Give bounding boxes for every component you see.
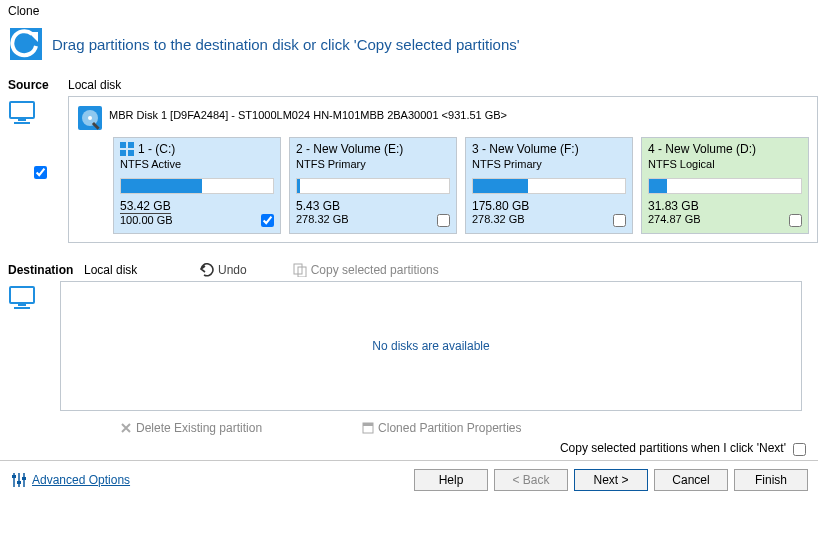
header-text: Drag partitions to the destination disk … xyxy=(52,36,520,53)
advanced-options-link[interactable]: Advanced Options xyxy=(32,473,130,487)
usage-bar xyxy=(120,178,274,194)
partition-name: 3 - New Volume (F:) xyxy=(472,142,579,156)
separator xyxy=(0,460,818,461)
partition-name: 1 - (C:) xyxy=(138,142,175,156)
partition-name: 2 - New Volume (E:) xyxy=(296,142,403,156)
monitor-icon xyxy=(8,98,36,126)
delete-label: Delete Existing partition xyxy=(136,421,262,435)
source-label: Source xyxy=(8,78,68,92)
sliders-icon xyxy=(10,471,28,489)
hard-disk-icon xyxy=(77,105,103,131)
svg-rect-9 xyxy=(128,142,134,148)
usage-bar xyxy=(648,178,802,194)
back-button[interactable]: < Back xyxy=(494,469,568,491)
delete-icon xyxy=(120,422,132,434)
header: Drag partitions to the destination disk … xyxy=(0,20,818,78)
partition-card[interactable]: 3 - New Volume (F:)NTFS Primary175.80 GB… xyxy=(465,137,633,234)
partition-size: 31.83 GB274.87 GB xyxy=(648,200,802,226)
destination-header: Destination Local disk Undo Copy selecte… xyxy=(0,263,818,277)
svg-rect-21 xyxy=(22,477,26,480)
source-disk-checkbox[interactable] xyxy=(34,166,47,179)
undo-icon xyxy=(200,263,214,277)
partition-card[interactable]: 4 - New Volume (D:)NTFS Logical31.83 GB2… xyxy=(641,137,809,234)
next-button[interactable]: Next > xyxy=(574,469,648,491)
partition-actions: Delete Existing partition Cloned Partiti… xyxy=(120,421,810,435)
partition-type: NTFS Primary xyxy=(296,158,450,170)
copy-icon xyxy=(293,263,307,277)
source-sublabel: Local disk xyxy=(68,78,818,92)
svg-rect-1 xyxy=(10,102,34,118)
svg-point-6 xyxy=(88,116,92,120)
disk-title: MBR Disk 1 [D9FA2484] - ST1000LM024 HN-M… xyxy=(109,109,507,121)
partition-size: 53.42 GB100.00 GB xyxy=(120,200,274,227)
clone-icon xyxy=(10,28,42,60)
cancel-button[interactable]: Cancel xyxy=(654,469,728,491)
svg-rect-18 xyxy=(363,423,373,426)
svg-rect-10 xyxy=(120,150,126,156)
destination-label: Destination xyxy=(8,263,68,277)
svg-rect-2 xyxy=(18,119,26,121)
svg-rect-8 xyxy=(120,142,126,148)
help-button[interactable]: Help xyxy=(414,469,488,491)
undo-button[interactable]: Undo xyxy=(200,263,247,277)
destination-box: No disks are available xyxy=(60,281,802,411)
svg-rect-15 xyxy=(18,304,26,306)
partition-checkbox[interactable] xyxy=(789,214,802,227)
window-title: Clone xyxy=(0,0,818,20)
svg-rect-19 xyxy=(12,475,16,478)
windows-icon xyxy=(120,142,134,156)
copy-label: Copy selected partitions xyxy=(311,263,439,277)
hint-text: Copy selected partitions when I click 'N… xyxy=(560,441,786,455)
partition-checkbox[interactable] xyxy=(261,214,274,227)
copy-partitions-button[interactable]: Copy selected partitions xyxy=(293,263,439,277)
properties-label: Cloned Partition Properties xyxy=(378,421,521,435)
svg-rect-14 xyxy=(10,287,34,303)
partition-checkbox[interactable] xyxy=(437,214,450,227)
monitor-icon xyxy=(8,283,36,311)
delete-partition-button[interactable]: Delete Existing partition xyxy=(120,421,262,435)
partition-type: NTFS Primary xyxy=(472,158,626,170)
svg-rect-20 xyxy=(17,481,21,484)
svg-rect-11 xyxy=(128,150,134,156)
partition-checkbox[interactable] xyxy=(613,214,626,227)
properties-icon xyxy=(362,422,374,434)
partition-type: NTFS Logical xyxy=(648,158,802,170)
usage-bar xyxy=(472,178,626,194)
partition-type: NTFS Active xyxy=(120,158,274,170)
partition-properties-button[interactable]: Cloned Partition Properties xyxy=(362,421,521,435)
partition-size: 5.43 GB278.32 GB xyxy=(296,200,450,226)
hint-row: Copy selected partitions when I click 'N… xyxy=(0,435,818,458)
partition-card[interactable]: 1 - (C:)NTFS Active53.42 GB100.00 GB xyxy=(113,137,281,234)
partition-card[interactable]: 2 - New Volume (E:)NTFS Primary5.43 GB27… xyxy=(289,137,457,234)
finish-button[interactable]: Finish xyxy=(734,469,808,491)
footer: Advanced Options Help < Back Next > Canc… xyxy=(0,463,818,497)
partition-size: 175.80 GB278.32 GB xyxy=(472,200,626,226)
hint-checkbox[interactable] xyxy=(793,443,806,456)
svg-rect-16 xyxy=(14,307,30,309)
destination-sublabel: Local disk xyxy=(84,263,184,277)
source-disk-box: MBR Disk 1 [D9FA2484] - ST1000LM024 HN-M… xyxy=(68,96,818,243)
destination-empty-text: No disks are available xyxy=(372,339,489,353)
svg-rect-3 xyxy=(14,122,30,124)
source-section: Source Local disk MBR Disk 1 [D9FA2484] … xyxy=(0,78,818,243)
usage-bar xyxy=(296,178,450,194)
undo-label: Undo xyxy=(218,263,247,277)
partition-name: 4 - New Volume (D:) xyxy=(648,142,756,156)
